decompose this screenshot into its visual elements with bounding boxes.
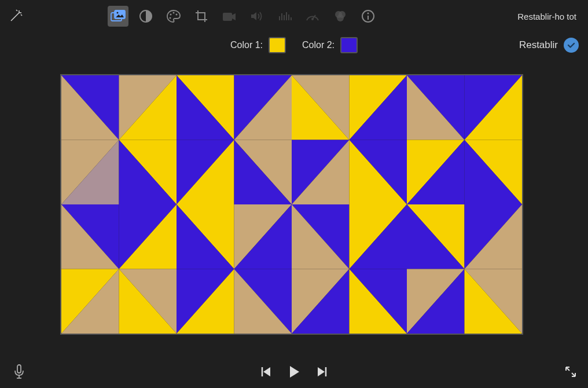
reset-button[interactable]: Restablir xyxy=(519,39,558,51)
color2-group: Color 2: xyxy=(302,37,358,53)
speedometer-icon[interactable] xyxy=(302,6,323,27)
apply-check-button[interactable] xyxy=(564,38,579,53)
expand-icon[interactable] xyxy=(564,365,578,379)
camera-icon[interactable] xyxy=(219,6,240,27)
color2-label: Color 2: xyxy=(302,40,335,50)
play-button[interactable] xyxy=(286,364,302,379)
main-toolbar: Restablir-ho tot xyxy=(0,0,588,32)
pattern-preview xyxy=(61,75,522,334)
bottom-bar xyxy=(0,356,588,388)
color-circles-icon[interactable] xyxy=(330,6,351,27)
svg-point-26 xyxy=(368,13,369,14)
microphone-icon[interactable] xyxy=(10,363,28,380)
svg-point-12 xyxy=(170,17,171,19)
palette-icon[interactable] xyxy=(163,6,184,27)
svg-line-3 xyxy=(16,10,17,11)
svg-line-4 xyxy=(21,14,22,16)
preview-viewer xyxy=(60,74,523,335)
reset-group: Restablir xyxy=(519,38,579,53)
sub-toolbar: Color 1: Color 2: Restablir xyxy=(0,32,588,58)
equalizer-icon[interactable] xyxy=(274,6,295,27)
color1-label: Color 1: xyxy=(230,40,263,50)
overlay-icon[interactable] xyxy=(108,6,128,27)
magic-wand-icon[interactable] xyxy=(7,8,24,25)
contrast-icon[interactable] xyxy=(135,6,156,27)
svg-line-0 xyxy=(11,13,19,21)
svg-point-9 xyxy=(170,14,172,16)
svg-point-7 xyxy=(117,12,119,14)
svg-point-10 xyxy=(173,12,175,14)
tool-group xyxy=(108,6,378,27)
next-button[interactable] xyxy=(315,365,328,378)
previous-button[interactable] xyxy=(260,365,273,378)
color1-group: Color 1: xyxy=(230,37,286,53)
volume-icon[interactable] xyxy=(247,6,267,27)
color1-swatch[interactable] xyxy=(269,37,286,53)
svg-rect-28 xyxy=(17,365,21,373)
info-icon[interactable] xyxy=(358,6,378,27)
svg-rect-13 xyxy=(223,13,232,21)
svg-point-24 xyxy=(337,14,344,21)
reset-all-button[interactable]: Restablir-ho tot xyxy=(517,12,581,21)
svg-point-21 xyxy=(311,18,314,20)
color2-swatch[interactable] xyxy=(340,37,358,53)
playback-controls xyxy=(260,364,328,379)
crop-icon[interactable] xyxy=(191,6,212,27)
svg-point-11 xyxy=(176,14,178,16)
